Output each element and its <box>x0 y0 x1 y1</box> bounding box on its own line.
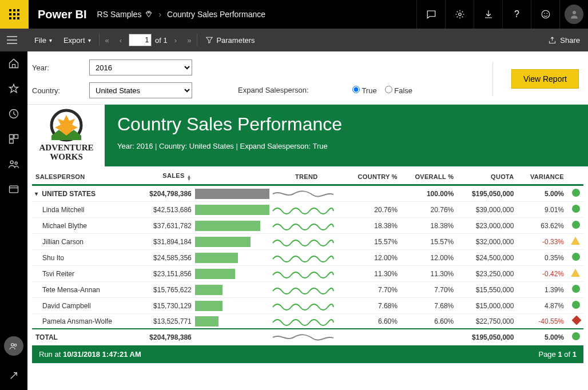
page-total-label: of 1 <box>155 36 168 45</box>
param-expand-label: Expand Salesperson: <box>238 86 352 95</box>
svg-point-12 <box>546 13 547 14</box>
people-icon <box>9 341 19 351</box>
sales-table: SALESPERSON SALES▲▼ TREND COUNTRY % OVER… <box>32 166 583 345</box>
report-title: Country Sales Performance <box>117 114 575 135</box>
svg-rect-4 <box>13 13 15 15</box>
breadcrumb: RS Samples › Country Sales Performance <box>97 10 265 19</box>
export-menu[interactable]: Export▾ <box>58 29 97 51</box>
svg-rect-5 <box>17 13 19 15</box>
pager: « ‹ of 1 › » <box>102 34 195 47</box>
home-icon[interactable] <box>7 57 20 70</box>
radio-true[interactable]: True <box>352 86 377 95</box>
svg-rect-2 <box>17 9 19 11</box>
next-page-button[interactable]: › <box>171 34 180 47</box>
page-number-input[interactable] <box>129 34 152 46</box>
workspaces-icon[interactable] <box>7 183 20 196</box>
expand-icon[interactable]: ▸ <box>34 193 40 196</box>
svg-point-13 <box>573 11 576 14</box>
col-salesperson[interactable]: SALESPERSON <box>32 166 135 185</box>
total-row: TOTAL$204,798,386$195,050,0005.00% <box>32 329 583 345</box>
table-row[interactable]: Tete Mensa-Annan$15,765,6227.70%7.70%$15… <box>32 282 583 298</box>
svg-point-10 <box>542 10 550 18</box>
group-row[interactable]: ▸ UNITED STATES$204,798,386100.00%$195,0… <box>32 185 583 202</box>
svg-rect-7 <box>13 17 15 19</box>
param-year-label: Year: <box>32 63 89 72</box>
recent-icon[interactable] <box>7 108 20 120</box>
col-country-pct[interactable]: COUNTRY % <box>344 166 401 185</box>
table-row[interactable]: Pamela Ansman-Wolfe$13,525,7716.60%6.60%… <box>32 314 583 329</box>
param-country-label: Country: <box>32 86 89 95</box>
svg-rect-17 <box>10 186 18 193</box>
share-button[interactable]: Share <box>548 36 580 45</box>
waffle-icon <box>9 9 19 19</box>
diamond-icon <box>145 10 153 18</box>
account-button[interactable] <box>559 0 588 29</box>
company-logo: ADVENTURE WORKS <box>27 105 105 166</box>
chevron-down-icon: ▾ <box>49 37 52 43</box>
report-header: ADVENTURE WORKS Country Sales Performanc… <box>27 105 588 166</box>
svg-point-11 <box>544 13 545 14</box>
last-page-button[interactable]: » <box>184 34 194 47</box>
first-page-button[interactable]: « <box>102 34 113 47</box>
prev-page-button[interactable]: ‹ <box>116 34 125 47</box>
chevron-right-icon: › <box>158 10 161 19</box>
gear-icon[interactable] <box>445 0 474 29</box>
download-icon[interactable] <box>474 0 502 29</box>
svg-rect-8 <box>17 17 19 19</box>
current-workspace-button[interactable] <box>4 336 23 356</box>
breadcrumb-workspace[interactable]: RS Samples <box>97 10 153 19</box>
col-quota[interactable]: QUOTA <box>457 166 517 185</box>
col-sales[interactable]: SALES▲▼ <box>135 166 195 185</box>
share-icon <box>548 36 557 45</box>
sort-icon: ▲▼ <box>187 175 192 181</box>
expand-nav-icon[interactable] <box>7 369 20 382</box>
report-subtitle: Year: 2016 | Country: United States | Ex… <box>117 142 575 150</box>
svg-rect-0 <box>9 9 11 11</box>
table-row[interactable]: Michael Blythe$37,631,78218.38%18.38%$23… <box>32 218 583 234</box>
report-footer: Run at 10/31/2018 1:47:21 AM Page 1 of 1 <box>32 345 583 363</box>
file-menu[interactable]: File▾ <box>29 29 58 51</box>
breadcrumb-page[interactable]: Country Sales Performance <box>167 10 265 19</box>
avatar-icon <box>565 5 583 24</box>
left-nav-rail <box>0 51 27 390</box>
svg-point-18 <box>11 344 14 347</box>
table-row[interactable]: David Campbell$15,730,1297.68%7.68%$15,0… <box>32 298 583 314</box>
param-year-select[interactable]: 2016 <box>89 59 192 75</box>
app-launcher-button[interactable] <box>0 0 29 29</box>
svg-point-15 <box>10 161 13 164</box>
apps-icon[interactable] <box>7 133 20 145</box>
table-row[interactable]: Linda Mitchell$42,513,68620.76%20.76%$39… <box>32 202 583 218</box>
table-row[interactable]: Shu Ito$24,585,35612.00%12.00%$24,500,00… <box>32 250 583 266</box>
col-variance[interactable]: VARIANCE <box>517 166 567 185</box>
svg-rect-3 <box>9 13 11 15</box>
shared-icon[interactable] <box>7 158 20 170</box>
nav-toggle-button[interactable] <box>7 36 29 44</box>
parameter-panel: Year: 2016 View Report Country: United S… <box>27 51 588 105</box>
svg-rect-1 <box>13 9 15 11</box>
view-report-button[interactable]: View Report <box>511 69 579 89</box>
radio-false[interactable]: False <box>385 86 412 95</box>
parameters-toggle[interactable]: Parameters <box>200 29 260 51</box>
brand-label: Power BI <box>38 8 87 21</box>
feedback-icon[interactable] <box>531 0 559 29</box>
funnel-icon <box>205 36 213 44</box>
app-header: Power BI RS Samples › Country Sales Perf… <box>0 0 588 29</box>
svg-point-19 <box>14 344 17 347</box>
param-country-select[interactable]: United States <box>89 82 192 98</box>
col-trend[interactable]: TREND <box>269 166 344 185</box>
svg-text:ADVENTURE: ADVENTURE <box>39 143 93 152</box>
svg-point-9 <box>458 13 461 16</box>
chat-icon[interactable] <box>416 0 445 29</box>
table-row[interactable]: Jillian Carson$31,894,18415.57%15.57%$32… <box>32 234 583 250</box>
col-overall-pct[interactable]: OVERALL % <box>401 166 457 185</box>
chevron-down-icon: ▾ <box>88 37 91 43</box>
favorites-icon[interactable] <box>7 82 20 95</box>
svg-text:WORKS: WORKS <box>50 152 83 161</box>
help-icon[interactable]: ? <box>502 0 531 29</box>
svg-rect-6 <box>9 17 11 19</box>
table-row[interactable]: Tsvi Reiter$23,151,85611.30%11.30%$23,25… <box>32 266 583 282</box>
svg-point-16 <box>15 162 17 164</box>
report-toolbar: File▾ Export▾ « ‹ of 1 › » Parameters Sh… <box>0 29 588 51</box>
